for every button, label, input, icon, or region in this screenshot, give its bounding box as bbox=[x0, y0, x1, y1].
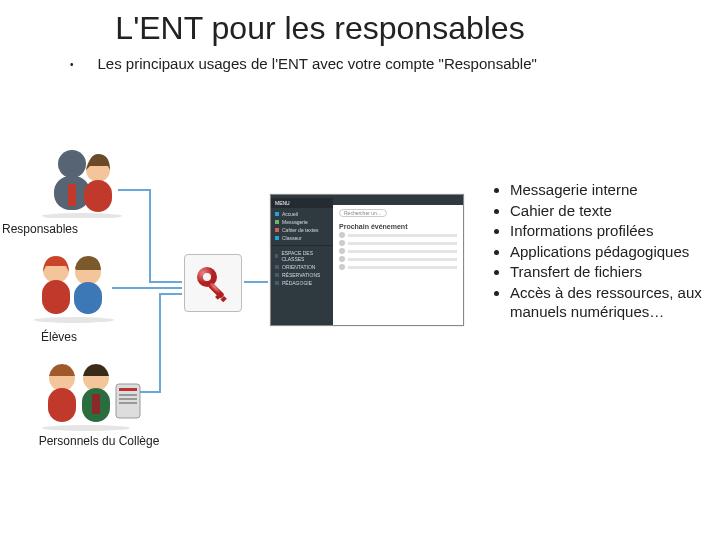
screenshot-main: Rechercher un… Prochain événement bbox=[333, 195, 463, 325]
feature-item: Transfert de fichiers bbox=[510, 262, 710, 282]
screenshot-menu-item: ORIENTATION bbox=[271, 263, 333, 271]
screenshot-menu-item: Cahier de textes bbox=[271, 226, 333, 234]
screenshot-section-title: Prochain événement bbox=[339, 223, 457, 230]
personnels-avatars bbox=[36, 358, 146, 432]
personnels-label: Personnels du Collège bbox=[34, 434, 164, 448]
screenshot-menu-item: Accueil bbox=[271, 210, 333, 218]
svg-rect-19 bbox=[119, 398, 137, 400]
svg-point-10 bbox=[34, 317, 114, 323]
svg-point-5 bbox=[42, 213, 122, 218]
eleves-label: Élèves bbox=[34, 330, 84, 344]
svg-rect-15 bbox=[92, 394, 100, 414]
feature-item: Cahier de texte bbox=[510, 201, 710, 221]
svg-rect-17 bbox=[119, 388, 137, 391]
bullet-icon: • bbox=[70, 59, 74, 70]
feature-item: Accès à des ressources, aux manuels numé… bbox=[510, 283, 710, 322]
screenshot-menu-item: RÉSERVATIONS bbox=[271, 271, 333, 279]
svg-rect-4 bbox=[84, 180, 112, 212]
feature-item: Informations profilées bbox=[510, 221, 710, 241]
svg-rect-18 bbox=[119, 394, 137, 396]
svg-rect-2 bbox=[68, 184, 76, 206]
screenshot-menu-header: MENU bbox=[271, 198, 333, 208]
svg-rect-12 bbox=[48, 388, 76, 422]
key-icon bbox=[184, 254, 242, 312]
svg-point-0 bbox=[58, 150, 86, 178]
screenshot-menu-item: ESPACE DES CLASSES bbox=[271, 249, 333, 263]
feature-item: Applications pédagogiques bbox=[510, 242, 710, 262]
svg-point-23 bbox=[203, 273, 211, 281]
screenshot-menu-item: Messagerie bbox=[271, 218, 333, 226]
svg-rect-7 bbox=[42, 280, 70, 314]
screenshot-search-pill: Rechercher un… bbox=[339, 209, 387, 217]
screenshot-sidebar: MENU Accueil Messagerie Cahier de textes… bbox=[271, 195, 333, 325]
page-title: L'ENT pour les responsables bbox=[60, 10, 580, 47]
responsables-label: Responsables bbox=[0, 222, 80, 236]
svg-rect-20 bbox=[119, 402, 137, 404]
screenshot-menu-item: PÉDAGOGIE bbox=[271, 279, 333, 287]
screenshot-topbar bbox=[333, 195, 463, 205]
svg-point-21 bbox=[42, 425, 130, 431]
subtitle-text: Les principaux usages de l'ENT avec votr… bbox=[98, 55, 537, 72]
eleves-avatars bbox=[30, 250, 118, 324]
svg-rect-9 bbox=[74, 282, 102, 314]
responsables-avatars bbox=[40, 144, 124, 218]
ent-screenshot: MENU Accueil Messagerie Cahier de textes… bbox=[270, 194, 464, 326]
subtitle-row: • Les principaux usages de l'ENT avec vo… bbox=[70, 55, 720, 72]
feature-item: Messagerie interne bbox=[510, 180, 710, 200]
screenshot-menu-item: Classeur bbox=[271, 234, 333, 242]
features-list: Messagerie interne Cahier de texte Infor… bbox=[490, 180, 710, 323]
